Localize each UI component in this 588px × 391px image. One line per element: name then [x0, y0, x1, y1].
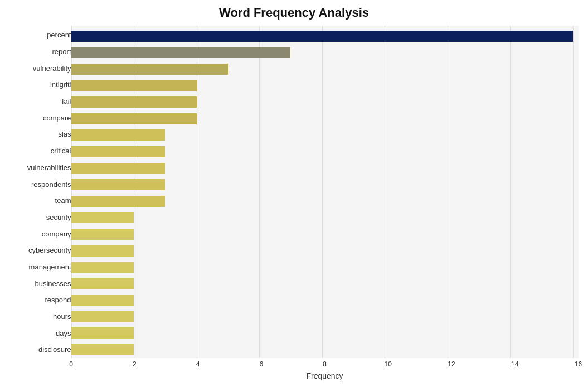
y-axis-labels: percentreportvulnerabilityintigritifailc…	[10, 26, 71, 383]
bar	[71, 327, 134, 339]
bar-row	[71, 194, 573, 209]
x-tick: 6	[259, 360, 263, 368]
bar	[71, 129, 166, 141]
plot-area: 0246810121416 Frequency	[71, 26, 579, 383]
grid-line	[573, 26, 574, 358]
bar-row	[71, 260, 573, 274]
bar	[71, 47, 291, 58]
y-label: fail	[62, 94, 71, 109]
y-label: disclosure	[38, 342, 71, 358]
bar	[71, 196, 166, 207]
bar	[71, 344, 134, 355]
y-label: slas	[58, 127, 71, 142]
bar-row	[71, 310, 573, 324]
bar	[71, 146, 166, 157]
y-label: percent	[47, 27, 71, 43]
bar-row	[71, 326, 573, 340]
x-axis-label: Frequency	[306, 371, 343, 380]
y-label: security	[46, 209, 71, 225]
x-tick: 10	[385, 360, 392, 368]
bar-row	[71, 177, 573, 192]
bar	[71, 31, 573, 42]
bar-row	[71, 244, 573, 258]
y-label: intigriti	[50, 77, 71, 93]
bar	[71, 113, 197, 124]
x-tick: 2	[133, 360, 137, 368]
bar	[71, 262, 134, 273]
bar	[71, 212, 134, 223]
chart-area: percentreportvulnerabilityintigritifailc…	[10, 26, 579, 383]
bar	[71, 295, 134, 306]
bar-row	[71, 227, 573, 242]
x-tick: 4	[196, 360, 200, 368]
y-label: days	[56, 325, 71, 341]
y-label: businesses	[35, 276, 71, 291]
y-label: vulnerabilities	[27, 160, 71, 175]
bar-row	[71, 112, 573, 126]
bar-row	[71, 29, 573, 44]
y-label: hours	[53, 309, 71, 325]
y-label: company	[42, 226, 71, 242]
bar-row	[71, 277, 573, 291]
bar-row	[71, 161, 573, 176]
y-label: respond	[45, 292, 71, 308]
x-axis: 0246810121416 Frequency	[71, 358, 579, 383]
bar	[71, 96, 197, 108]
x-tick: 12	[448, 360, 455, 368]
x-tick: 16	[575, 360, 582, 368]
y-label: respondents	[31, 176, 71, 192]
bar-row	[71, 95, 573, 109]
bar	[71, 278, 134, 289]
x-tick: 14	[511, 360, 518, 368]
bars-container	[71, 26, 579, 358]
chart-title: Word Frequency Analysis	[219, 6, 369, 20]
bar-row	[71, 342, 573, 357]
bar	[71, 163, 166, 174]
y-label: critical	[51, 143, 71, 159]
y-label: management	[29, 259, 71, 274]
bar-row	[71, 293, 573, 307]
y-label: cybersecurity	[28, 243, 71, 258]
bar-row	[71, 128, 573, 142]
bar	[71, 80, 197, 91]
y-label: compare	[43, 110, 71, 125]
bar	[71, 64, 228, 75]
bar	[71, 311, 134, 322]
x-tick: 8	[323, 360, 327, 368]
bar	[71, 245, 134, 257]
y-label: team	[55, 193, 71, 209]
bar-row	[71, 144, 573, 159]
bar-row	[71, 79, 573, 93]
bar	[71, 229, 134, 240]
y-label: report	[52, 44, 71, 60]
bar	[71, 179, 166, 190]
bar-row	[71, 45, 573, 60]
y-label: vulnerability	[33, 60, 71, 76]
x-tick: 0	[69, 360, 73, 368]
bar-row	[71, 210, 573, 225]
bar-row	[71, 62, 573, 76]
